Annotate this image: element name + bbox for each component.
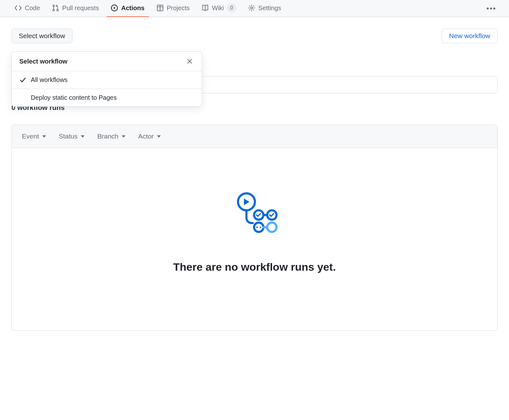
blankslate: There are no workflow runs yet. <box>12 148 497 330</box>
select-workflow-button[interactable]: Select workflow <box>11 29 72 43</box>
repo-nav: Code Pull requests Actions Projects Wiki… <box>0 0 509 17</box>
filter-status[interactable]: Status <box>59 132 85 140</box>
chevron-down-icon <box>81 135 85 138</box>
svg-point-0 <box>53 5 54 7</box>
dropdown-item-label: Deploy static content to Pages <box>31 94 117 101</box>
tab-code[interactable]: Code <box>10 0 44 17</box>
chevron-down-icon <box>157 135 161 138</box>
workflow-dropdown: Select workflow All workflows Deploy sta… <box>11 51 202 107</box>
tab-pull-requests[interactable]: Pull requests <box>48 0 104 17</box>
svg-point-5 <box>251 7 253 9</box>
tab-label: Settings <box>258 4 281 12</box>
tab-label: Wiki <box>212 4 224 12</box>
dropdown-title: Select workflow <box>19 58 67 65</box>
tab-settings[interactable]: Settings <box>244 0 286 17</box>
tab-label: Actions <box>121 4 144 12</box>
git-pull-request-icon <box>52 4 59 11</box>
filter-branch[interactable]: Branch <box>97 132 126 140</box>
dropdown-item-all-workflows[interactable]: All workflows <box>12 71 202 89</box>
filter-bar: Event Status Branch Actor <box>12 125 497 148</box>
tab-actions[interactable]: Actions <box>106 0 149 17</box>
filter-label: Status <box>59 132 78 140</box>
book-icon <box>202 4 209 11</box>
svg-point-11 <box>260 227 261 228</box>
filter-event[interactable]: Event <box>22 132 46 140</box>
tab-projects[interactable]: Projects <box>152 0 194 17</box>
svg-point-9 <box>254 223 263 232</box>
chevron-down-icon <box>42 135 46 138</box>
dropdown-header: Select workflow <box>12 52 202 71</box>
tab-label: Projects <box>167 4 190 12</box>
toolbar: Select workflow New workflow <box>11 29 498 43</box>
filter-label: Event <box>22 132 39 140</box>
workflow-graph-icon <box>229 186 280 237</box>
svg-point-12 <box>267 223 276 232</box>
blankslate-title: There are no workflow runs yet. <box>24 261 485 273</box>
code-icon <box>15 4 22 11</box>
project-icon <box>157 4 164 11</box>
check-icon <box>19 77 26 83</box>
svg-point-10 <box>256 227 258 228</box>
svg-point-2 <box>57 9 58 11</box>
close-icon[interactable] <box>185 57 194 66</box>
wiki-counter: 0 <box>227 3 236 12</box>
dropdown-item-deploy-pages[interactable]: Deploy static content to Pages <box>12 89 202 106</box>
main-content: Select workflow New workflow Select work… <box>0 17 509 342</box>
svg-point-1 <box>53 9 54 11</box>
runs-panel: Event Status Branch Actor <box>11 125 498 331</box>
kebab-icon[interactable]: ••• <box>484 2 499 16</box>
tab-label: Pull requests <box>62 4 99 12</box>
tab-label: Code <box>25 4 40 12</box>
chevron-down-icon <box>122 135 126 138</box>
filter-label: Branch <box>97 132 119 140</box>
filter-actor[interactable]: Actor <box>138 132 161 140</box>
new-workflow-button[interactable]: New workflow <box>442 29 498 43</box>
filter-label: Actor <box>138 132 154 140</box>
dropdown-item-label: All workflows <box>31 76 68 84</box>
gear-icon <box>248 4 255 11</box>
tab-wiki[interactable]: Wiki 0 <box>197 0 241 17</box>
play-icon <box>111 4 118 11</box>
